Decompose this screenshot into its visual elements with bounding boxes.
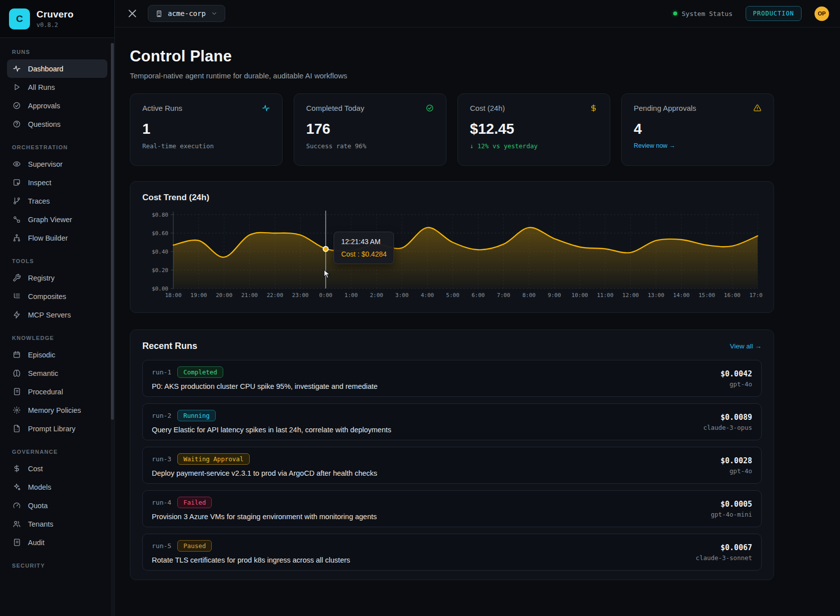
chart-title: Cost Trend (24h)	[142, 193, 762, 203]
chart-area[interactable]: 18:0019:0020:0021:0022:0023:000:001:002:…	[142, 210, 763, 302]
sidebar-item-graph-viewer[interactable]: Graph Viewer	[7, 210, 107, 229]
run-task: Rotate TLS certificates for prod k8s ing…	[152, 556, 350, 564]
stat-subtext: Real-time execution	[142, 142, 270, 150]
stat-card-pending-approvals: Pending Approvals4Review now →	[621, 93, 774, 166]
cost-trend-chart[interactable]: 18:0019:0020:0021:0022:0023:000:001:002:…	[142, 210, 763, 302]
tooltip-time: 12:21:43 AM	[341, 238, 387, 246]
org-selector[interactable]: acme-corp	[148, 5, 225, 22]
org-name: acme-corp	[168, 9, 206, 17]
tooltip-cost-value: Cost : $0.4284	[341, 250, 387, 258]
dollar-icon	[12, 464, 21, 473]
run-id: run-5	[152, 542, 171, 550]
sidebar-item-tenants[interactable]: Tenants	[7, 515, 107, 533]
sidebar-nav: RUNSDashboardAll RunsApprovalsQuestionsO…	[0, 38, 114, 616]
svg-text:4:00: 4:00	[420, 292, 434, 299]
sidebar-item-models[interactable]: Models	[7, 478, 107, 496]
sidebar-item-registry[interactable]: Registry	[7, 269, 107, 287]
close-icon[interactable]	[126, 7, 139, 20]
sidebar-item-inspect[interactable]: Inspect	[7, 173, 107, 192]
app-name: Cruvero	[36, 9, 73, 20]
svg-text:12:00: 12:00	[622, 292, 639, 299]
sidebar-section-governance: GOVERNANCE	[12, 449, 102, 455]
svg-text:$0.80: $0.80	[152, 212, 168, 218]
sidebar-item-label: Inspect	[28, 179, 51, 187]
sidebar-item-semantic[interactable]: Semantic	[7, 364, 107, 382]
run-task: Deploy payment-service v2.3.1 to prod vi…	[152, 469, 377, 477]
sidebar-item-cost[interactable]: Cost	[7, 459, 107, 478]
run-model: claude-3-sonnet	[696, 554, 752, 562]
sidebar-item-traces[interactable]: Traces	[7, 192, 107, 210]
sidebar-section-security: SECURITY	[12, 563, 102, 569]
sidebar-item-label: Audit	[28, 539, 44, 547]
run-task: Provision 3 Azure VMs for staging enviro…	[152, 513, 377, 521]
system-status-label: System Status	[682, 10, 733, 17]
user-avatar[interactable]: OP	[815, 6, 829, 21]
file-icon	[12, 424, 21, 433]
sidebar-item-quota[interactable]: Quota	[7, 496, 107, 515]
svg-text:7:00: 7:00	[497, 292, 510, 299]
sidebar-item-memory-policies[interactable]: Memory Policies	[7, 401, 107, 419]
sidebar-item-mcp-servers[interactable]: MCP Servers	[7, 306, 107, 324]
activity-icon	[12, 64, 21, 73]
graph-icon	[12, 215, 21, 224]
status-dot	[673, 11, 677, 15]
run-model: claude-3-opus	[703, 424, 752, 431]
stat-sub-link[interactable]: Review now →	[634, 142, 762, 149]
sidebar-item-audit[interactable]: Audit	[7, 533, 107, 552]
run-status-badge: Completed	[177, 366, 223, 378]
page-title: Control Plane	[130, 47, 774, 65]
sidebar-item-label: Prompt Library	[28, 425, 75, 433]
run-model: gpt-4o	[721, 380, 752, 388]
chevron-down-icon	[211, 10, 218, 17]
sidebar-item-prompt-library[interactable]: Prompt Library	[7, 419, 107, 438]
stat-value: $12.45	[470, 121, 598, 137]
sidebar-item-label: Episodic	[28, 351, 55, 359]
page-subtitle: Temporal-native agent runtime for durabl…	[130, 71, 774, 80]
brand-header: C Cruvero v0.8.2	[0, 0, 114, 38]
sidebar-item-composites[interactable]: Composites	[7, 287, 107, 306]
run-status-badge: Failed	[177, 497, 212, 508]
stat-label: Active Runs	[142, 104, 182, 112]
run-id: run-3	[152, 455, 171, 463]
run-row-run-5[interactable]: run-5PausedRotate TLS certificates for p…	[142, 534, 762, 571]
view-all-link[interactable]: View all →	[730, 342, 762, 350]
svg-text:21:00: 21:00	[241, 292, 258, 299]
cost-trend-card: Cost Trend (24h) 18:0019:0020:0021:0022:…	[130, 181, 774, 313]
run-cost: $0.0042	[721, 369, 752, 378]
wrench-icon	[12, 274, 21, 282]
svg-text:23:00: 23:00	[292, 292, 309, 299]
alert-triangle-icon	[753, 104, 762, 112]
sidebar-item-flow-builder[interactable]: Flow Builder	[7, 229, 107, 247]
stat-label: Pending Approvals	[634, 104, 696, 112]
run-row-run-2[interactable]: run-2RunningQuery Elastic for API latenc…	[142, 403, 762, 440]
run-row-run-3[interactable]: run-3Waiting ApprovalDeploy payment-serv…	[142, 447, 762, 484]
run-status-badge: Waiting Approval	[177, 453, 249, 465]
sidebar-item-all-runs[interactable]: All Runs	[7, 78, 107, 96]
svg-text:1:00: 1:00	[345, 292, 358, 299]
sidebar-item-label: Composites	[28, 293, 66, 301]
run-cost: $0.0089	[703, 413, 752, 422]
sidebar-item-questions[interactable]: Questions	[7, 115, 107, 133]
gauge-icon	[12, 501, 21, 510]
system-status: System Status	[673, 10, 733, 17]
sidebar-item-dashboard[interactable]: Dashboard	[7, 59, 107, 78]
run-status-badge: Running	[177, 410, 216, 421]
sidebar-item-episodic[interactable]: Episodic	[7, 345, 107, 364]
sidebar-item-supervisor[interactable]: Supervisor	[7, 155, 107, 173]
run-row-run-4[interactable]: run-4FailedProvision 3 Azure VMs for sta…	[142, 490, 762, 527]
sidebar-item-procedural[interactable]: Procedural	[7, 382, 107, 401]
sidebar-item-approvals[interactable]: Approvals	[7, 96, 107, 115]
scroll-icon	[12, 538, 21, 547]
recent-runs-card: Recent Runs View all → run-1CompletedP0:…	[130, 329, 774, 580]
sidebar-section-orchestration: ORCHESTRATION	[12, 144, 102, 150]
flow-icon	[12, 234, 21, 242]
sidebar-item-label: Dashboard	[28, 65, 63, 73]
sidebar-scrollbar-thumb[interactable]	[111, 43, 114, 420]
check-circle-icon	[425, 104, 434, 112]
sidebar-item-label: Flow Builder	[28, 234, 68, 242]
sidebar-item-label: Traces	[28, 197, 50, 205]
sidebar-section-runs: RUNS	[12, 49, 102, 55]
run-row-run-1[interactable]: run-1CompletedP0: AKS production cluster…	[142, 360, 762, 397]
svg-text:9:00: 9:00	[548, 292, 561, 299]
topbar: acme-corp System Status PRODUCTION OP	[115, 0, 840, 27]
